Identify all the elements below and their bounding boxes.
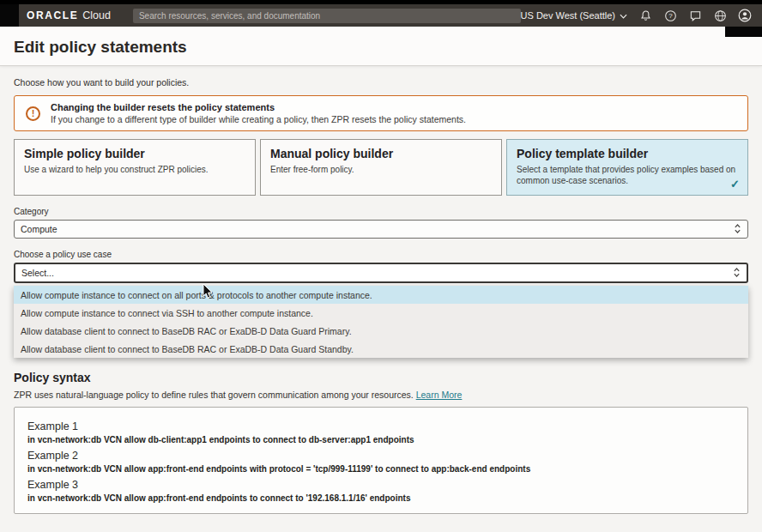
card-description: Enter free-form policy. — [270, 164, 492, 175]
card-manual-policy-builder[interactable]: Manual policy builder Enter free-form po… — [260, 139, 502, 196]
category-value: Compute — [21, 224, 57, 234]
header-actions: US Dev West (Seattle) ? — [521, 9, 762, 22]
dropdown-option-1[interactable]: Allow compute instance to connect on all… — [14, 286, 748, 304]
warning-message: If you change to a different type of bui… — [51, 114, 466, 124]
example-3-code: in vcn-network:db VCN allow app:front-en… — [27, 493, 735, 503]
updown-chevron-icon — [734, 223, 741, 236]
category-select[interactable]: Compute — [14, 220, 748, 239]
example-1-code: in vcn-network:db VCN allow db-client:ap… — [27, 435, 735, 444]
use-case-value: Select... — [21, 268, 54, 278]
example-2-code: in vcn-network:db VCN allow app:front-en… — [27, 464, 735, 474]
svg-text:?: ? — [668, 12, 673, 20]
region-selector[interactable]: US Dev West (Seattle) — [521, 10, 627, 21]
language-globe-icon[interactable] — [713, 9, 727, 22]
card-description: Select a template that provides policy e… — [517, 164, 738, 186]
page-title: Edit policy statements — [14, 38, 748, 57]
dropdown-option-2[interactable]: Allow compute instance to connect via SS… — [14, 304, 748, 322]
oracle-wordmark: ORACLE — [27, 9, 78, 21]
redaction-box-left — [0, 4, 19, 27]
warning-banner: ! Changing the builder resets the policy… — [14, 95, 748, 131]
top-navigation-bar: ORACLE Cloud US Dev West (Seattle) ? — [0, 4, 762, 27]
use-case-select[interactable]: Select... — [14, 263, 748, 283]
builder-cards: Simple policy builder Use a wizard to he… — [14, 139, 748, 196]
region-label: US Dev West (Seattle) — [521, 10, 615, 21]
global-search[interactable] — [133, 9, 521, 23]
dropdown-option-3[interactable]: Allow database client to connect to Base… — [14, 322, 748, 340]
example-1-label: Example 1 — [27, 420, 735, 432]
card-description: Use a wizard to help you construct ZPR p… — [24, 164, 245, 175]
category-label: Category — [14, 207, 748, 216]
dropdown-option-4[interactable]: Allow database client to connect to Base… — [14, 340, 748, 358]
syntax-description-text: ZPR uses natural-language policy to defi… — [14, 390, 414, 400]
card-title: Simple policy builder — [24, 147, 245, 160]
main-content: Choose how you want to build your polici… — [0, 66, 762, 532]
oracle-cloud-console: ORACLE Cloud US Dev West (Seattle) ? — [0, 0, 762, 532]
example-3-label: Example 3 — [27, 479, 735, 491]
warning-text: Changing the builder resets the policy s… — [51, 102, 466, 124]
oracle-cloud-logo[interactable]: ORACLE Cloud — [27, 9, 111, 21]
use-case-label: Choose a policy use case — [14, 250, 748, 259]
card-title: Policy template builder — [517, 147, 738, 160]
notifications-bell-icon[interactable] — [638, 9, 652, 22]
warning-icon: ! — [26, 106, 40, 121]
chevron-down-icon — [620, 10, 627, 21]
updown-chevron-icon — [733, 267, 741, 280]
feedback-chat-icon[interactable] — [688, 9, 702, 22]
page-header: Edit policy statements — [0, 27, 762, 66]
card-title: Manual policy builder — [270, 147, 492, 160]
policy-syntax-heading: Policy syntax — [14, 371, 748, 384]
card-policy-template-builder[interactable]: Policy template builder Select a templat… — [506, 139, 748, 196]
learn-more-link[interactable]: Learn More — [416, 390, 463, 400]
redaction-box-right — [725, 27, 762, 37]
cloud-wordmark: Cloud — [82, 9, 111, 21]
check-icon — [730, 178, 740, 190]
policy-examples-box: Example 1 in vcn-network:db VCN allow db… — [14, 407, 748, 514]
user-avatar-icon[interactable] — [738, 9, 752, 22]
card-simple-policy-builder[interactable]: Simple policy builder Use a wizard to he… — [14, 139, 256, 196]
intro-text: Choose how you want to build your polici… — [14, 77, 748, 88]
use-case-dropdown: Allow compute instance to connect on all… — [14, 286, 748, 358]
help-icon[interactable]: ? — [663, 9, 677, 22]
example-2-label: Example 2 — [27, 450, 735, 462]
warning-title: Changing the builder resets the policy s… — [51, 102, 466, 112]
search-input[interactable] — [139, 11, 515, 21]
policy-syntax-description: ZPR uses natural-language policy to defi… — [14, 390, 748, 400]
